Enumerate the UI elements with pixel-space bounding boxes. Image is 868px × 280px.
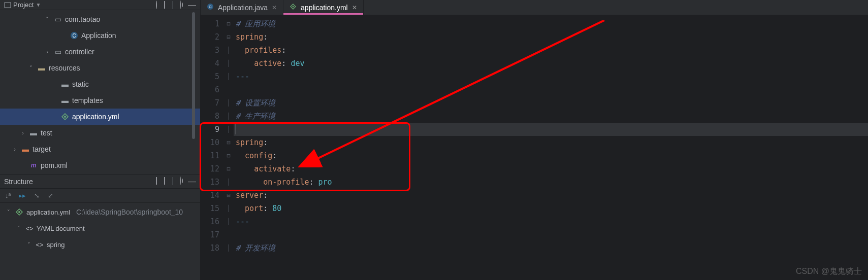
project-icon <box>4 2 11 9</box>
tree-target[interactable]: › ▬ target <box>0 141 200 157</box>
tab-application-yml[interactable]: application.yml ✕ <box>283 0 364 15</box>
resources-folder-icon: ▬ <box>38 64 46 72</box>
svg-point-7 <box>293 6 294 8</box>
collapse-all-icon[interactable] <box>156 177 157 186</box>
chevron-down-icon: ˅ <box>25 241 33 248</box>
package-icon: ▭ <box>54 48 62 56</box>
tree-static[interactable]: ▬ static <box>0 76 200 92</box>
structure-tool-header: Structure — <box>0 174 200 189</box>
chevron-down-icon: ˅ <box>5 209 12 216</box>
chevron-down-icon: ˅ <box>15 225 22 232</box>
tree-label: application.yml <box>72 113 119 121</box>
project-tool-header: Project ▼ — <box>0 0 200 10</box>
folder-icon: ▬ <box>61 96 69 104</box>
current-line-highlight <box>234 123 868 136</box>
tree-label: target <box>33 145 51 153</box>
code-editor[interactable]: 123456789101112131415161718 ⊟⊟││││││⊟⊟⊟│… <box>201 15 868 280</box>
project-tree[interactable]: ˅ ▭ com.taotao C Application › ▭ control… <box>0 10 200 174</box>
package-icon: ▭ <box>54 15 62 23</box>
text-cursor <box>236 124 236 134</box>
tree-label: pom.xml <box>41 161 68 169</box>
tree-label: controller <box>65 48 94 56</box>
folder-icon: ▬ <box>61 80 69 88</box>
fold-gutter[interactable]: ⊟⊟││││││⊟⊟⊟│⊟│││ <box>223 15 234 280</box>
svg-text:C: C <box>209 5 212 9</box>
structure-label: spring <box>47 241 65 249</box>
structure-toolbar: ↓ª ▸▸ ⤡ ⤢ <box>0 189 200 203</box>
chevron-down-icon: ˅ <box>27 65 35 72</box>
tree-app-yml[interactable]: application.yml <box>0 109 200 125</box>
target-folder-icon: ▬ <box>21 145 29 153</box>
yml-file-icon <box>15 208 23 216</box>
tab-label: Application.java <box>218 4 268 12</box>
chevron-down-icon: ˅ <box>44 16 51 23</box>
editor-tab-bar: C Application.java ✕ application.yml ✕ <box>201 0 868 15</box>
class-icon: C <box>70 31 78 40</box>
project-title: Project <box>13 1 34 9</box>
close-icon[interactable]: ✕ <box>352 4 357 11</box>
yaml-doc-icon: <> <box>25 224 34 232</box>
folder-icon: ▬ <box>29 129 38 137</box>
tree-pom[interactable]: m pom.xml <box>0 157 200 173</box>
tree-label: resources <box>49 64 80 72</box>
autoscroll-source-icon[interactable]: ▸▸ <box>19 192 26 199</box>
tree-package[interactable]: ˅ ▭ com.taotao <box>0 11 200 27</box>
tree-test[interactable]: › ▬ test <box>0 125 200 141</box>
watermark: CSDN @鬼鬼骑士 <box>796 266 862 277</box>
yaml-key-icon: <> <box>36 240 44 249</box>
line-number-gutter: 123456789101112131415161718 <box>201 15 223 280</box>
svg-text:C: C <box>72 33 76 39</box>
tree-class[interactable]: C Application <box>0 27 200 44</box>
tree-label: templates <box>72 96 103 104</box>
java-file-icon: C <box>207 3 214 12</box>
svg-point-3 <box>64 116 66 118</box>
gear-icon[interactable] <box>180 1 181 9</box>
tree-controller[interactable]: › ▭ controller <box>0 44 200 60</box>
structure-spring[interactable]: ˅ <> spring <box>0 236 200 253</box>
project-scrollbar[interactable] <box>192 10 197 172</box>
tree-label: test <box>41 129 52 137</box>
hide-icon[interactable]: — <box>188 177 196 186</box>
chevron-right-icon: › <box>44 49 51 55</box>
scroll-thumb[interactable] <box>192 12 195 139</box>
structure-file-path: C:\idea\SpringBoot\springboot_10 <box>76 208 183 216</box>
chevron-right-icon: › <box>11 146 18 152</box>
expand-all-icon[interactable] <box>164 177 165 186</box>
expand-icon[interactable]: ⤡ <box>34 192 40 199</box>
yml-file-icon <box>61 113 69 121</box>
collapse-icon[interactable]: ⤢ <box>48 192 53 199</box>
svg-point-4 <box>18 211 20 213</box>
chevron-right-icon: › <box>19 130 26 136</box>
sort-alpha-icon[interactable]: ↓ª <box>5 192 11 199</box>
svg-rect-0 <box>5 3 11 8</box>
structure-root[interactable]: ˅ application.yml C:\idea\SpringBoot\spr… <box>0 204 200 220</box>
structure-title: Structure <box>4 178 152 186</box>
tree-label: Application <box>81 31 116 40</box>
hide-icon[interactable]: — <box>188 1 196 10</box>
collapse-all-icon[interactable] <box>164 1 165 9</box>
separator <box>172 1 173 9</box>
tree-templates[interactable]: ▬ templates <box>0 92 200 109</box>
tree-label: com.taotao <box>65 15 100 23</box>
separator <box>172 177 173 185</box>
gear-icon[interactable] <box>180 177 181 186</box>
yml-file-icon <box>290 3 297 12</box>
close-icon[interactable]: ✕ <box>272 4 277 11</box>
tab-application-java[interactable]: C Application.java ✕ <box>201 0 283 15</box>
chevron-down-icon: ▼ <box>36 2 41 8</box>
structure-yaml-doc[interactable]: ˅ <> YAML document <box>0 220 200 236</box>
structure-file-name: application.yml <box>26 208 70 216</box>
sync-icon[interactable] <box>156 1 157 9</box>
structure-tree[interactable]: ˅ application.yml C:\idea\SpringBoot\spr… <box>0 203 200 253</box>
tree-resources[interactable]: ˅ ▬ resources <box>0 60 200 76</box>
tab-label: application.yml <box>301 4 348 12</box>
structure-label: YAML document <box>37 225 85 232</box>
code-area[interactable]: # 应用环境spring: profiles: active: dev---# … <box>234 15 868 280</box>
project-view-selector[interactable]: Project ▼ <box>4 1 153 9</box>
tree-label: static <box>72 80 89 88</box>
maven-icon: m <box>29 161 38 169</box>
